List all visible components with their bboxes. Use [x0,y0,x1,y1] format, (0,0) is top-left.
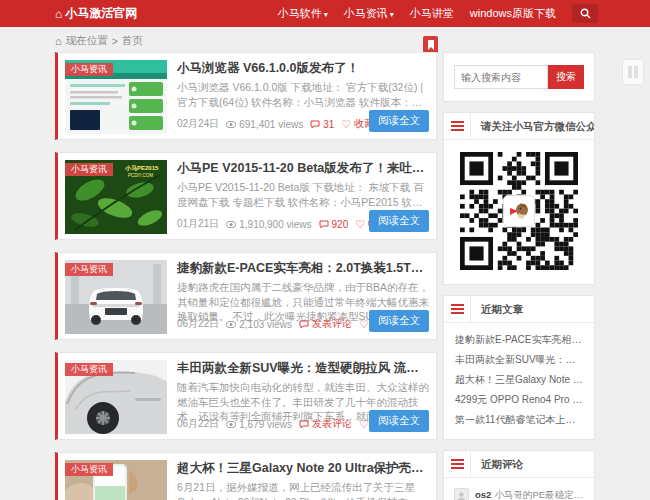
layout-toggle-button[interactable] [622,59,644,85]
article-title[interactable]: 丰田两款全新SUV曝光：造型硬朗拉风 流媒体"后视镜"+隐藏式门把手 [177,360,429,377]
category-tag[interactable]: 小马资讯 [65,263,113,276]
publish-date: 06月22日 [177,417,219,431]
list-icon [444,296,471,322]
article-thumbnail[interactable]: 小马资讯 [65,360,167,434]
heart-icon: ♡ [355,219,365,230]
eye-icon [226,221,236,228]
search-input[interactable] [454,65,548,89]
article-excerpt: 小马PE V2015-11-20 Beta版 下载地址： 东坡下载 百度网盘下载… [177,180,429,209]
qr-code-image [460,152,578,270]
home-icon: ⌂ [55,7,62,21]
breadcrumb-prefix: 现在位置 [66,34,108,48]
recent-post-link[interactable]: 超大杯！三星Galaxy Note 20 Ultra保护壳... [455,370,583,390]
breadcrumb-separator: > [112,35,118,47]
avatar [454,488,469,500]
view-count: 1,910,900 views [226,219,311,230]
comment-icon [319,220,329,229]
nav-item-lecture[interactable]: 小马讲堂 [410,6,454,21]
comments-link[interactable]: 发表评论 [299,317,352,331]
article-meta: 02月24日 691,401 views 31 ♡ 收藏 [177,117,374,131]
comment-link[interactable]: os2小马哥的PE最稳定最好用啦，... [475,489,584,500]
article-thumbnail[interactable]: 小马资讯 [65,260,167,334]
widget-title: 请关注小马官方微信公众号 [471,113,594,139]
article-title[interactable]: 小马浏览器 V66.1.0.0版发布了！ [177,60,429,77]
category-tag[interactable]: 小马资讯 [65,463,113,476]
bookmark-badge-icon[interactable] [423,36,438,53]
recent-post-link[interactable]: 捷豹新款E-PACE实车亮相：2.0T换装1.5... [455,330,583,350]
article-card: 小马电行官网 小马资讯 小马浏览器 V66.1.0.0版发布了！ 小马浏览器 V… [55,52,437,140]
comment-icon [299,420,309,429]
article-body: 小马PE V2015-11-20 Beta版发布了！来吐槽吧！！ 小马PE V2… [177,160,429,232]
view-count: 1,679 views [226,419,292,430]
svg-text:PCDIY.COM: PCDIY.COM [128,173,153,178]
view-count: 2,103 views [226,319,292,330]
article-excerpt: 6月21日，据外媒报道，网上已经流传出了关于三星Galaxy Note 20和N… [177,480,429,500]
widget-title: 近期评论 [471,451,594,477]
comments-link[interactable]: 发表评论 [299,417,352,431]
wechat-qr-widget: 请关注小马官方微信公众号 [443,112,595,285]
recent-posts-list: 捷豹新款E-PACE实车亮相：2.0T换装1.5... 丰田两款全新SUV曝光：… [444,323,594,439]
article-body: 捷豹新款E-PACE实车亮相：2.0T换装1.5T三缸 售价进一步下调 捷豹路虎… [177,260,429,332]
recent-post-link[interactable]: 第一款11代酷睿笔记本上架！可选i5-1135... [455,410,583,430]
comment-icon [299,320,309,329]
read-more-button[interactable]: 阅读全文 [369,310,429,332]
category-tag[interactable]: 小马资讯 [65,363,113,376]
nav-item-windows-download[interactable]: windows原版下载 [470,6,556,21]
read-more-button[interactable]: 阅读全文 [369,210,429,232]
widget-title: 近期文章 [471,296,594,322]
article-excerpt: 小马浏览器 V66.1.0.0版 下载地址： 官方下载(32位) | 官方下载(… [177,80,429,109]
comment-icon [310,120,320,129]
heart-icon: ♡ [359,319,369,330]
site-logo[interactable]: ⌂ 小马激活官网 [55,0,137,27]
read-more-button[interactable]: 阅读全文 [369,110,429,132]
comments-link[interactable]: 920 [319,219,349,230]
article-thumbnail[interactable]: 小马PE2015 PCDIY.COM 小马资讯 [65,160,167,234]
article-list: 小马电行官网 小马资讯 小马浏览器 V66.1.0.0版发布了！ 小马浏览器 V… [55,52,437,500]
widget-header: 近期评论 [444,451,594,478]
article-meta: 06月22日 1,679 views 发表评论 ♡ 收藏 [177,417,392,431]
recent-post-link[interactable]: 4299元 OPPO Reno4 Pro 2020夏日定制... [455,390,583,410]
nav-item-news[interactable]: 小马资讯▾ [344,6,394,21]
recent-post-link[interactable]: 丰田两款全新SUV曝光：造型硬朗拉风 流... [455,350,583,370]
category-tag[interactable]: 小马资讯 [65,63,113,76]
breadcrumb-current[interactable]: 首页 [122,34,143,48]
eye-icon [226,421,236,428]
article-title[interactable]: 超大杯！三星Galaxy Note 20 Ultra保护壳曝光：相机模块大的惊人 [177,460,429,477]
horse-logo [503,195,535,227]
article-title[interactable]: 捷豹新款E-PACE实车亮相：2.0T换装1.5T三缸 售价进一步下调 [177,260,429,277]
category-tag[interactable]: 小马资讯 [65,163,113,176]
article-card: 小马资讯 超大杯！三星Galaxy Note 20 Ultra保护壳曝光：相机模… [55,452,437,500]
chevron-down-icon: ▾ [324,10,328,19]
chevron-down-icon: ▾ [390,10,394,19]
widget-header: 近期文章 [444,296,594,323]
recent-comments-widget: 近期评论 os2小马哥的PE最稳定最好用啦，... IceWing什么时候可以把… [443,450,595,500]
article-card: 小马资讯 捷豹新款E-PACE实车亮相：2.0T换装1.5T三缸 售价进一步下调… [55,252,437,340]
article-card: 小马PE2015 PCDIY.COM 小马资讯 小马PE V2015-11-20… [55,152,437,240]
article-meta: 01月21日 1,910,900 views 920 ♡ 收藏 [177,217,388,231]
breadcrumb: ⌂ 现在位置 > 首页 [55,34,143,48]
sidebar: 搜索 请关注小马官方微信公众号 [443,52,595,500]
site-logo-text: 小马激活官网 [65,5,137,22]
comment-item: os2小马哥的PE最稳定最好用啦，... [454,482,584,500]
comments-link[interactable]: 31 [310,119,334,130]
publish-date: 02月24日 [177,117,219,131]
main-nav: 小马软件▾ 小马资讯▾ 小马讲堂 windows原版下载 [278,0,598,27]
article-thumbnail[interactable]: 小马电行官网 小马资讯 [65,60,167,134]
article-body: 小马浏览器 V66.1.0.0版发布了！ 小马浏览器 V66.1.0.0版 下载… [177,60,429,132]
search-icon[interactable] [572,4,598,23]
list-icon [444,451,471,477]
nav-item-software[interactable]: 小马软件▾ [278,6,328,21]
article-thumbnail[interactable]: 小马资讯 [65,460,167,500]
recent-posts-widget: 近期文章 捷豹新款E-PACE实车亮相：2.0T换装1.5... 丰田两款全新S… [443,295,595,440]
home-icon: ⌂ [55,35,62,47]
eye-icon [226,121,236,128]
widget-header: 请关注小马官方微信公众号 [444,113,594,140]
view-count: 691,401 views [226,119,303,130]
eye-icon [226,321,236,328]
list-icon [444,113,471,139]
article-title[interactable]: 小马PE V2015-11-20 Beta版发布了！来吐槽吧！！ [177,160,429,177]
publish-date: 06月22日 [177,317,219,331]
read-more-button[interactable]: 阅读全文 [369,410,429,432]
heart-icon: ♡ [341,119,351,130]
search-button[interactable]: 搜索 [548,65,584,89]
